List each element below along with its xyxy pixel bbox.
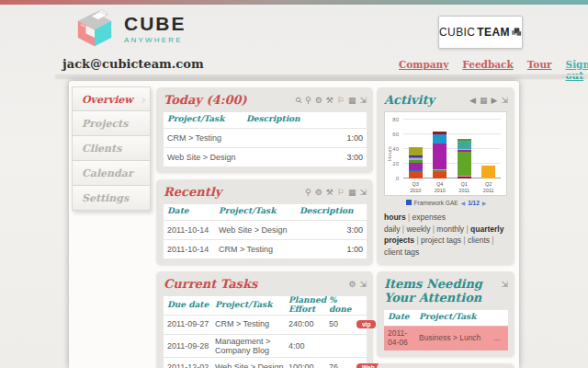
legend-prev-icon[interactable]: ◀ [461,200,466,206]
bar-segment[interactable] [409,155,423,157]
chart-legend: Framework GAE ◀ 1/12 ▶ [384,200,508,206]
bar-segment[interactable] [409,160,423,163]
search-icon[interactable]: ⚲ [305,188,311,197]
column-header-date: Date [388,313,419,322]
filter-link-client-tags[interactable]: client tags [384,247,419,257]
expand-icon[interactable]: ⇲ [501,96,508,105]
report-icon[interactable]: ▦ [348,96,356,105]
tag-icon[interactable]: ⚐ [337,96,345,105]
prev-icon[interactable]: ◀ [469,96,476,105]
pixel-cube-icon [512,27,522,38]
filter-line: projects | project tags | clients | clie… [384,235,508,259]
expand-icon[interactable]: ⇲ [501,280,508,289]
bar-segment[interactable] [458,150,471,152]
search-icon[interactable]: ⚲ [305,96,311,105]
table-row[interactable]: CRM > Testing 1:00 [164,128,367,147]
tools-icon[interactable]: ⚒ [326,96,334,105]
more-indicator: ... [493,332,504,345]
bar-segment[interactable] [433,172,447,178]
cube-anywhere-logo[interactable]: CUBE ANYWHERE [74,7,187,50]
bar-segment[interactable] [458,139,471,141]
cubicteam-logo[interactable]: CUBICTEAM [438,16,523,49]
bar-segment[interactable] [409,171,423,178]
table-row[interactable]: 2011-09-28 Management > Company Blog 4:0… [164,334,367,358]
filter-link-project-tags[interactable]: project tags [421,236,461,245]
task-cell: Web Site > Design [167,151,246,164]
legend-page: 1/12 [468,200,480,206]
task-cell: CRM > Testing [167,132,246,144]
sidebar-item-settings[interactable]: Settings [72,186,151,211]
company-link[interactable]: Company [399,59,448,81]
expand-icon[interactable]: ⇲ [359,280,367,289]
bar-segment[interactable] [433,169,447,171]
sidebar-item-overview[interactable]: Overview › [72,86,151,111]
bar-segment[interactable] [409,163,423,168]
key-icon[interactable]: ⚲ [293,95,304,106]
filter-link-daily[interactable]: daily [384,224,400,234]
bar-segment[interactable] [433,170,447,172]
bar-segment[interactable] [409,157,423,159]
table-row[interactable]: 2011-10-14 Web Site > Design 3:00 [164,220,367,239]
bar-segment[interactable] [433,144,447,168]
filter-link-weekly[interactable]: weekly [406,224,430,234]
report-icon[interactable]: ▦ [348,188,356,197]
tag-badge[interactable]: vip [356,320,376,328]
date-cell: 2011-10-14 [167,224,219,236]
bar-segment[interactable] [433,132,447,134]
signout-link[interactable]: Sign out [566,59,588,81]
table-row[interactable]: 2011-10-14 CRM > Testing 1:00 [164,239,367,259]
tour-link[interactable]: Tour [527,59,552,81]
table-row[interactable]: 2011-12-02 Web Site > Design 100:00 76 W… [164,357,367,368]
sidebar-item-projects[interactable]: Projects [72,111,151,136]
filter-link-clients[interactable]: clients [468,236,490,245]
cubicteam-text-bold: TEAM [477,26,510,39]
date-cell: 2011-10-14 [167,243,219,256]
bar-segment[interactable] [458,177,471,178]
done-cell: 50 [329,317,356,330]
due-cell: 2011-09-27 [167,317,215,330]
bar-segment[interactable] [409,169,423,171]
activity-chart[interactable]: Hours 020406080Q3 2010Q4 2010Q1 2011Q2 2… [384,111,507,196]
filter-link-expenses[interactable]: expenses [413,213,446,222]
filter-line: daily | weekly | monthly | quarterly [384,224,508,236]
filter-link-hours[interactable]: hours [384,213,406,222]
calendar-icon[interactable]: ▦ [480,96,488,105]
filter-link-quarterly[interactable]: quarterly [470,224,503,234]
bar-segment[interactable] [409,147,423,155]
next-icon[interactable]: ▶ [492,96,498,105]
account-email: jack@cubicteam.com [62,57,204,71]
gear-icon[interactable]: ⚙ [315,188,322,197]
effort-cell: 100:00 [288,361,329,368]
today-table: Project/Task Description CRM > Testing 1… [164,112,367,167]
tag-icon[interactable]: ⚐ [337,188,345,197]
bar-segment[interactable] [458,152,471,176]
legend-next-icon[interactable]: ▶ [482,200,487,206]
attention-toolbar: ⇲ [501,280,508,289]
filter-separator: | [464,224,470,234]
gear-icon[interactable]: ⚙ [348,280,356,289]
column-header-task: Project/Task [219,207,300,216]
attention-row[interactable]: 2011-04-06 Business > Lunch ... [384,326,508,351]
tools-icon[interactable]: ⚒ [326,188,334,197]
current-tasks-table: Due date Project/Task Planned Effort % d… [164,296,367,368]
table-row[interactable]: Web Site > Design 3:00 [164,147,367,167]
column-header-desc: Description [300,207,354,216]
filter-link-monthly[interactable]: monthly [436,224,464,234]
bar-segment[interactable] [409,158,423,160]
expand-icon[interactable]: ⇲ [359,96,367,105]
table-row[interactable]: 2011-09-27 CRM > Testing 240:00 50 vip [164,315,367,334]
expand-icon[interactable]: ⇲ [359,188,367,197]
bar-segment[interactable] [458,141,471,149]
bar-segment[interactable] [458,176,471,178]
gear-icon[interactable]: ⚙ [315,96,322,105]
filter-link-projects[interactable]: projects [384,236,414,245]
y-tick-label: 80 [385,117,399,122]
sidebar-item-calendar[interactable]: Calendar [72,161,151,186]
column-header-desc: Description [246,115,334,124]
sidebar-item-label: Calendar [82,167,133,179]
feedback-link[interactable]: Feedback [462,59,513,81]
bar-segment[interactable] [481,166,495,178]
sidebar-item-clients[interactable]: Clients [72,136,151,161]
bar-segment[interactable] [433,134,447,144]
app-subtitle: ANYWHERE [124,36,187,44]
